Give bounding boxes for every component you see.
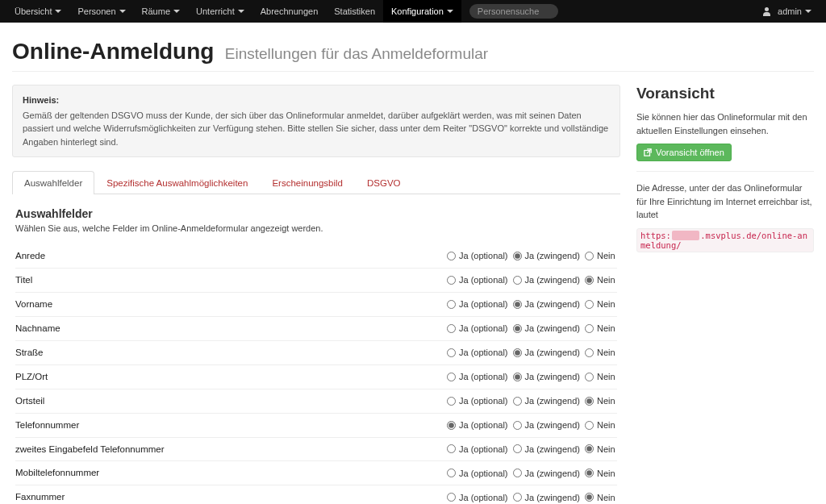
nav-search-wrap — [469, 4, 558, 19]
nav-item-unterricht[interactable]: Unterricht — [188, 0, 252, 23]
radio-input[interactable] — [585, 373, 594, 381]
tab-erscheinungsbild[interactable]: Erscheinungsbild — [260, 171, 355, 194]
radio-input[interactable] — [585, 469, 594, 477]
nav-item-räume[interactable]: Räume — [134, 0, 188, 23]
radio-option-optional[interactable]: Ja (optional) — [447, 444, 508, 454]
radio-option-no[interactable]: Nein — [585, 348, 617, 357]
radio-option-required[interactable]: Ja (zwingend) — [513, 396, 580, 406]
radio-input[interactable] — [585, 300, 594, 309]
radio-option-optional[interactable]: Ja (optional) — [447, 372, 508, 381]
radio-label: Ja (zwingend) — [525, 348, 580, 357]
radio-option-required[interactable]: Ja (zwingend) — [513, 323, 580, 333]
nav-item-abrechnungen[interactable]: Abrechnungen — [252, 0, 327, 23]
radio-label: Nein — [597, 299, 615, 309]
radio-input[interactable] — [447, 300, 456, 309]
radio-option-required[interactable]: Ja (zwingend) — [513, 299, 580, 309]
radio-input[interactable] — [585, 421, 594, 430]
radio-label: Ja (zwingend) — [525, 372, 580, 381]
radio-option-required[interactable]: Ja (zwingend) — [513, 420, 580, 430]
radio-option-optional[interactable]: Ja (optional) — [447, 420, 508, 430]
radio-option-optional[interactable]: Ja (optional) — [447, 469, 508, 478]
tab-dsgvo[interactable]: DSGVO — [355, 171, 413, 194]
radio-input[interactable] — [513, 348, 522, 357]
nav-item-übersicht[interactable]: Übersicht — [6, 0, 69, 23]
tab-auswahlfelder[interactable]: Auswahlfelder — [12, 171, 94, 194]
radio-option-required[interactable]: Ja (zwingend) — [513, 493, 580, 502]
user-menu[interactable]: admin — [755, 0, 820, 23]
radio-input[interactable] — [447, 421, 456, 430]
nav-item-konfiguration[interactable]: Konfiguration — [383, 0, 461, 23]
radio-option-no[interactable]: Nein — [585, 323, 617, 333]
nav-item-personen[interactable]: Personen — [69, 0, 133, 23]
radio-label: Ja (zwingend) — [525, 299, 580, 309]
radio-input[interactable] — [585, 252, 594, 260]
radio-input[interactable] — [513, 324, 522, 333]
radio-input[interactable] — [447, 348, 456, 357]
redacted-subdomain: x — [672, 231, 699, 240]
open-preview-button[interactable]: Voransicht öffnen — [636, 144, 732, 161]
radio-option-optional[interactable]: Ja (optional) — [447, 275, 508, 285]
radio-input[interactable] — [447, 252, 456, 260]
radio-label: Ja (zwingend) — [525, 469, 580, 478]
radio-input[interactable] — [513, 469, 522, 477]
radio-label: Nein — [597, 420, 615, 430]
nav-item-statistiken[interactable]: Statistiken — [326, 0, 383, 23]
radio-input[interactable] — [585, 348, 594, 357]
radio-option-required[interactable]: Ja (zwingend) — [513, 251, 580, 260]
nav-item-label: Unterricht — [196, 6, 235, 16]
radio-label: Nein — [597, 372, 615, 381]
field-options: Ja (optional)Ja (zwingend)Nein — [447, 469, 617, 478]
radio-option-required[interactable]: Ja (zwingend) — [513, 275, 580, 285]
radio-option-optional[interactable]: Ja (optional) — [447, 493, 508, 502]
nav-item-label: Räume — [142, 6, 170, 16]
radio-option-required[interactable]: Ja (zwingend) — [513, 372, 580, 381]
field-options: Ja (optional)Ja (zwingend)Nein — [447, 275, 617, 285]
radio-input[interactable] — [513, 397, 522, 406]
radio-option-no[interactable]: Nein — [585, 396, 617, 406]
radio-input[interactable] — [513, 252, 522, 260]
tab-spezifische-auswahlmöglichkeiten[interactable]: Spezifische Auswahlmöglichkeiten — [94, 171, 260, 194]
radio-option-optional[interactable]: Ja (optional) — [447, 323, 508, 333]
radio-label: Ja (optional) — [459, 348, 508, 357]
radio-option-optional[interactable]: Ja (optional) — [447, 251, 508, 260]
hint-box: Hinweis: Gemäß der geltenden DSGVO muss … — [12, 85, 620, 157]
radio-option-required[interactable]: Ja (zwingend) — [513, 348, 580, 357]
radio-input[interactable] — [585, 397, 594, 406]
preview-title: Voransicht — [636, 85, 814, 102]
radio-option-required[interactable]: Ja (zwingend) — [513, 444, 580, 454]
radio-input[interactable] — [447, 469, 456, 477]
radio-input[interactable] — [513, 421, 522, 430]
radio-option-optional[interactable]: Ja (optional) — [447, 396, 508, 406]
radio-input[interactable] — [513, 444, 522, 453]
page-subtitle: Einstellungen für das Anmeldeformular — [225, 45, 488, 62]
radio-input[interactable] — [447, 276, 456, 285]
field-row: VornameJa (optional)Ja (zwingend)Nein — [15, 293, 617, 317]
radio-option-required[interactable]: Ja (zwingend) — [513, 469, 580, 478]
radio-option-no[interactable]: Nein — [585, 275, 617, 285]
radio-input[interactable] — [585, 324, 594, 333]
radio-input[interactable] — [585, 493, 594, 502]
radio-input[interactable] — [447, 373, 456, 381]
field-options: Ja (optional)Ja (zwingend)Nein — [447, 493, 617, 502]
radio-input[interactable] — [585, 276, 594, 285]
radio-input[interactable] — [513, 276, 522, 285]
radio-input[interactable] — [513, 493, 522, 502]
radio-input[interactable] — [447, 397, 456, 406]
radio-input[interactable] — [447, 493, 456, 502]
radio-option-no[interactable]: Nein — [585, 420, 617, 430]
radio-option-no[interactable]: Nein — [585, 493, 617, 502]
radio-option-no[interactable]: Nein — [585, 372, 617, 381]
radio-input[interactable] — [513, 300, 522, 309]
nav-item-label: Personen — [77, 6, 115, 16]
radio-input[interactable] — [447, 324, 456, 333]
radio-input[interactable] — [585, 444, 594, 453]
radio-input[interactable] — [513, 373, 522, 381]
radio-option-no[interactable]: Nein — [585, 469, 617, 478]
radio-option-no[interactable]: Nein — [585, 251, 617, 260]
radio-input[interactable] — [447, 444, 456, 453]
radio-option-no[interactable]: Nein — [585, 444, 617, 454]
radio-option-optional[interactable]: Ja (optional) — [447, 299, 508, 309]
radio-option-optional[interactable]: Ja (optional) — [447, 348, 508, 357]
search-input[interactable] — [469, 4, 558, 19]
radio-option-no[interactable]: Nein — [585, 299, 617, 309]
